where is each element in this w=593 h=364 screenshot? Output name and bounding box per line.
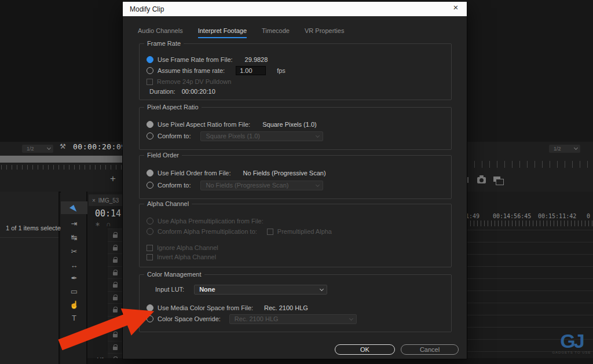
track-header-column	[108, 229, 123, 364]
ruler-timecode-label: 0	[587, 213, 590, 219]
close-icon[interactable]: ×	[451, 2, 461, 12]
lock-icon	[113, 272, 118, 275]
remove-pulldown-checkbox	[147, 79, 153, 85]
color-management-section: Color Management Input LUT: None Use Med…	[139, 274, 452, 332]
frame-rate-legend: Frame Rate	[144, 40, 184, 47]
divider	[0, 237, 58, 238]
frame-rate-input[interactable]: 1.00	[236, 66, 266, 75]
input-lut-dropdown[interactable]: None	[194, 285, 327, 295]
field-order-conform-value: No Fields (Progressive Scan)	[206, 182, 288, 189]
slip-icon: ↔	[71, 261, 78, 270]
premiere-app-window: 1/2 ⚒ 00:00:20:09 + 1/2 1 of 1 items sel…	[0, 0, 593, 364]
track-lock[interactable]	[108, 241, 123, 253]
source-monitor-timecode[interactable]: 00:00:20:09	[73, 142, 126, 151]
dialog-title: Modify Clip	[130, 5, 164, 13]
tab-vr-properties[interactable]: VR Properties	[305, 27, 344, 38]
timeline-tab[interactable]: × IMG_53	[89, 194, 123, 206]
premultiplied-alpha-checkbox	[267, 229, 273, 235]
lock-icon	[113, 234, 118, 238]
chevron-down-icon	[316, 182, 320, 186]
color-space-override-label: Color Space Override:	[158, 315, 221, 322]
export-frame-camera-icon[interactable]	[477, 177, 486, 183]
program-monitor-page-value: 1/2	[554, 146, 561, 152]
pen-icon: ✒	[71, 274, 78, 282]
input-lut-value: None	[199, 286, 215, 293]
ripple-edit-tool[interactable]: ↹	[61, 231, 87, 244]
comparison-view-icon[interactable]	[493, 177, 500, 182]
ignore-alpha-checkbox	[147, 245, 153, 251]
fps-label: fps	[277, 67, 285, 74]
track-lock[interactable]	[108, 229, 123, 241]
cancel-button[interactable]: Cancel	[401, 344, 459, 355]
field-order-conform-label: Conform to:	[158, 182, 191, 189]
watermark-gj-text: GJ	[551, 331, 592, 351]
selection-tool[interactable]	[61, 201, 87, 214]
field-order-legend: Field Order	[144, 152, 182, 159]
track-lock[interactable]	[108, 303, 123, 315]
pixel-aspect-ratio-section: Pixel Aspect Ratio Use Pixel Aspect Rati…	[139, 107, 452, 150]
rectangle-tool[interactable]: ▭	[61, 285, 87, 297]
source-monitor-page-value: 1/2	[27, 146, 34, 152]
slip-tool[interactable]: ↔	[61, 259, 87, 271]
source-monitor-page-select[interactable]: 1/2	[22, 145, 53, 153]
input-lut-label: Input LUT:	[155, 286, 184, 293]
use-frame-rate-label: Use Frame Rate from File:	[158, 56, 233, 63]
alpha-channel-section: Alpha Channel Use Alpha Premultiplicatio…	[139, 204, 452, 267]
par-conform-radio[interactable]	[147, 133, 153, 139]
selection-cursor-icon	[69, 204, 79, 212]
tab-interpret-footage[interactable]: Interpret Footage	[198, 27, 247, 38]
pixel-aspect-ratio-legend: Pixel Aspect Ratio	[144, 104, 202, 111]
conform-alpha-premult-radio	[147, 228, 153, 235]
hand-tool[interactable]: ☝	[61, 298, 87, 311]
type-icon: T	[72, 314, 76, 322]
field-order-conform-radio[interactable]	[147, 182, 153, 189]
tab-audio-channels[interactable]: Audio Channels	[138, 27, 183, 38]
magnet-icon[interactable]: ∩	[106, 220, 116, 227]
duration-value: 00:00:20:10	[182, 88, 215, 95]
use-par-from-file-radio[interactable]	[147, 121, 153, 128]
rectangle-icon: ▭	[71, 287, 78, 296]
invert-alpha-label: Invert Alpha Channel	[157, 253, 216, 260]
close-icon[interactable]: ×	[92, 197, 96, 204]
par-conform-label: Conform to:	[158, 133, 191, 139]
tab-timecode[interactable]: Timecode	[262, 27, 290, 38]
pen-tool[interactable]: ✒	[61, 271, 87, 284]
wrench-icon[interactable]: ⚒	[60, 142, 66, 150]
timeline-ruler-ticks[interactable]	[467, 220, 593, 226]
lock-icon	[113, 309, 118, 312]
chevron-down-icon	[320, 286, 324, 291]
type-tool[interactable]: T	[61, 311, 87, 324]
track-select-forward-tool[interactable]: ⇥	[61, 217, 87, 230]
field-order-section: Field Order Use Field Order from File: N…	[139, 155, 452, 199]
color-space-override-dropdown: Rec. 2100 HLG	[229, 314, 357, 324]
track-lock[interactable]	[108, 341, 123, 353]
timeline-tab-label: IMG_53	[98, 197, 119, 204]
track-lock[interactable]	[108, 253, 123, 266]
lock-icon	[113, 334, 118, 337]
timeline-timecode[interactable]: 00:14:1	[95, 208, 123, 219]
track-lock[interactable]	[108, 278, 123, 291]
lock-icon	[113, 347, 118, 350]
dialog-titlebar: Modify Clip ×	[123, 2, 467, 16]
use-alpha-premult-radio	[147, 218, 153, 225]
lock-icon	[113, 297, 118, 300]
remove-pulldown-label: Remove 24p DV Pulldown	[157, 78, 231, 85]
use-field-order-radio[interactable]	[147, 170, 153, 177]
track-lock[interactable]	[108, 291, 123, 303]
lock-icon	[113, 259, 118, 263]
duration-label: Duration:	[149, 88, 175, 95]
timeline-scrollbar-area[interactable]	[87, 358, 593, 364]
add-button[interactable]: +	[110, 173, 116, 185]
chevron-down-icon	[574, 146, 578, 150]
assume-frame-rate-radio[interactable]	[147, 67, 153, 74]
chevron-down-icon	[316, 133, 320, 137]
ruler-timecode-label: 00:15:11:42	[538, 213, 576, 219]
track-lock[interactable]	[108, 266, 123, 278]
field-order-value: No Fields (Progressive Scan)	[243, 170, 326, 177]
ruler-timecode-label: 00:14:56:45	[493, 213, 531, 219]
snap-icon[interactable]: ∗	[95, 220, 106, 227]
use-frame-rate-radio[interactable]	[147, 56, 153, 63]
program-monitor-page-select[interactable]: 1/2	[549, 145, 580, 153]
razor-tool[interactable]: ✂	[61, 245, 87, 258]
ok-button[interactable]: OK	[335, 344, 395, 355]
